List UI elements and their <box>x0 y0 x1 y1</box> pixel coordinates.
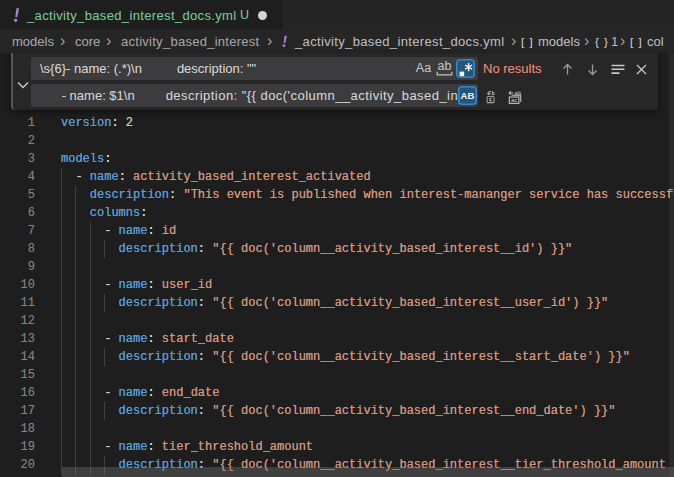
svg-text:ab: ab <box>515 90 522 96</box>
svg-text:ac: ac <box>511 97 517 103</box>
